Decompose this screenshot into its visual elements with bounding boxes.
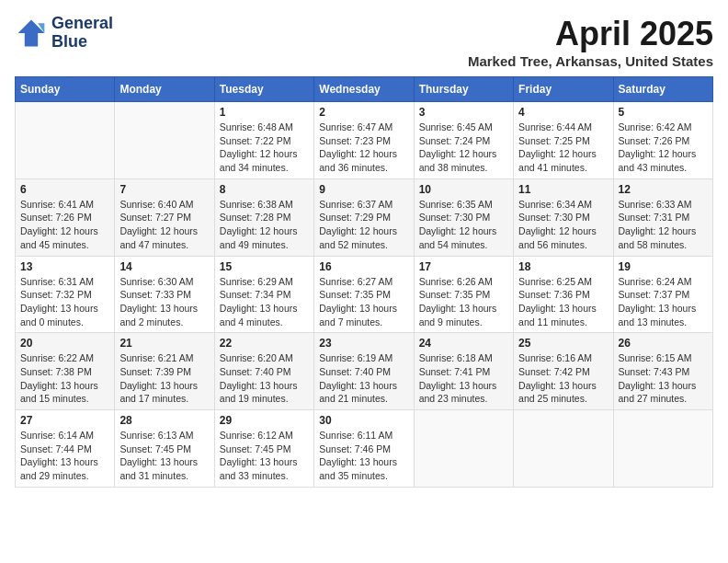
day-info: Sunrise: 6:18 AMSunset: 7:41 PMDaylight:…: [419, 351, 508, 406]
month-title: April 2025: [468, 15, 713, 53]
weekday-header-thursday: Thursday: [414, 77, 513, 102]
day-info: Sunrise: 6:37 AMSunset: 7:29 PMDaylight:…: [319, 198, 408, 252]
calendar-cell: 22Sunrise: 6:20 AMSunset: 7:40 PMDayligh…: [214, 333, 313, 410]
calendar-cell: 9Sunrise: 6:37 AMSunset: 7:29 PMDaylight…: [314, 178, 414, 256]
day-info: Sunrise: 6:44 AMSunset: 7:25 PMDaylight:…: [518, 121, 608, 175]
day-number: 8: [220, 183, 309, 196]
calendar-cell: 12Sunrise: 6:33 AMSunset: 7:31 PMDayligh…: [613, 178, 712, 256]
day-number: 16: [319, 260, 408, 273]
day-info: Sunrise: 6:22 AMSunset: 7:38 PMDaylight:…: [20, 351, 109, 406]
day-info: Sunrise: 6:34 AMSunset: 7:30 PMDaylight:…: [518, 198, 608, 252]
day-info: Sunrise: 6:12 AMSunset: 7:45 PMDaylight:…: [220, 429, 309, 483]
day-info: Sunrise: 6:15 AMSunset: 7:43 PMDaylight:…: [619, 351, 708, 406]
day-number: 22: [220, 337, 309, 350]
weekday-header-monday: Monday: [115, 77, 214, 102]
logo-icon: [15, 17, 48, 50]
logo: General Blue: [15, 15, 113, 52]
day-number: 24: [419, 337, 508, 350]
day-number: 10: [419, 183, 508, 196]
logo-text: General Blue: [51, 15, 113, 52]
day-number: 21: [119, 337, 209, 350]
calendar-cell: 26Sunrise: 6:15 AMSunset: 7:43 PMDayligh…: [613, 333, 712, 410]
day-info: Sunrise: 6:16 AMSunset: 7:42 PMDaylight:…: [518, 351, 608, 406]
calendar-cell: 21Sunrise: 6:21 AMSunset: 7:39 PMDayligh…: [115, 333, 214, 410]
calendar-cell: 20Sunrise: 6:22 AMSunset: 7:38 PMDayligh…: [16, 333, 115, 410]
day-info: Sunrise: 6:31 AMSunset: 7:32 PMDaylight:…: [20, 275, 109, 329]
day-info: Sunrise: 6:35 AMSunset: 7:30 PMDaylight:…: [419, 198, 508, 252]
day-number: 25: [518, 337, 608, 350]
calendar-cell: [414, 410, 513, 488]
day-number: 3: [419, 106, 508, 119]
day-number: 1: [220, 106, 309, 119]
weekday-header-wednesday: Wednesday: [314, 77, 414, 102]
day-info: Sunrise: 6:26 AMSunset: 7:35 PMDaylight:…: [419, 275, 508, 329]
calendar-cell: 6Sunrise: 6:41 AMSunset: 7:26 PMDaylight…: [16, 178, 115, 256]
calendar-cell: 13Sunrise: 6:31 AMSunset: 7:32 PMDayligh…: [16, 256, 115, 333]
weekday-header-saturday: Saturday: [613, 77, 712, 102]
day-number: 23: [319, 337, 408, 350]
day-info: Sunrise: 6:20 AMSunset: 7:40 PMDaylight:…: [220, 351, 309, 406]
day-info: Sunrise: 6:38 AMSunset: 7:28 PMDaylight:…: [220, 198, 309, 252]
calendar-cell: 11Sunrise: 6:34 AMSunset: 7:30 PMDayligh…: [514, 178, 613, 256]
day-info: Sunrise: 6:41 AMSunset: 7:26 PMDaylight:…: [20, 198, 109, 252]
calendar-cell: 29Sunrise: 6:12 AMSunset: 7:45 PMDayligh…: [214, 410, 313, 488]
day-info: Sunrise: 6:11 AMSunset: 7:46 PMDaylight:…: [319, 429, 408, 483]
calendar-week-row: 1Sunrise: 6:48 AMSunset: 7:22 PMDaylight…: [16, 102, 713, 179]
calendar-cell: 4Sunrise: 6:44 AMSunset: 7:25 PMDaylight…: [514, 102, 613, 179]
day-info: Sunrise: 6:30 AMSunset: 7:33 PMDaylight:…: [119, 275, 209, 329]
day-number: 29: [220, 414, 309, 427]
day-info: Sunrise: 6:42 AMSunset: 7:26 PMDaylight:…: [619, 121, 708, 175]
day-info: Sunrise: 6:13 AMSunset: 7:45 PMDaylight:…: [119, 429, 209, 483]
title-area: April 2025 Marked Tree, Arkansas, United…: [468, 15, 713, 69]
day-number: 14: [119, 260, 209, 273]
day-info: Sunrise: 6:14 AMSunset: 7:44 PMDaylight:…: [20, 429, 109, 483]
day-number: 15: [220, 260, 309, 273]
day-info: Sunrise: 6:40 AMSunset: 7:27 PMDaylight:…: [119, 198, 209, 252]
calendar-cell: 24Sunrise: 6:18 AMSunset: 7:41 PMDayligh…: [414, 333, 513, 410]
day-number: 6: [20, 183, 109, 196]
day-number: 12: [619, 183, 708, 196]
day-info: Sunrise: 6:19 AMSunset: 7:40 PMDaylight:…: [319, 351, 408, 406]
calendar-cell: 17Sunrise: 6:26 AMSunset: 7:35 PMDayligh…: [414, 256, 513, 333]
day-info: Sunrise: 6:33 AMSunset: 7:31 PMDaylight:…: [619, 198, 708, 252]
calendar-cell: 5Sunrise: 6:42 AMSunset: 7:26 PMDaylight…: [613, 102, 712, 179]
day-number: 9: [319, 183, 408, 196]
calendar-cell: 30Sunrise: 6:11 AMSunset: 7:46 PMDayligh…: [314, 410, 414, 488]
calendar-cell: 23Sunrise: 6:19 AMSunset: 7:40 PMDayligh…: [314, 333, 414, 410]
weekday-header-friday: Friday: [514, 77, 613, 102]
day-number: 2: [319, 106, 408, 119]
calendar-cell: 18Sunrise: 6:25 AMSunset: 7:36 PMDayligh…: [514, 256, 613, 333]
day-number: 4: [518, 106, 608, 119]
calendar-week-row: 13Sunrise: 6:31 AMSunset: 7:32 PMDayligh…: [16, 256, 713, 333]
day-number: 5: [619, 106, 708, 119]
weekday-header-sunday: Sunday: [16, 77, 115, 102]
calendar-cell: [613, 410, 712, 488]
day-number: 17: [419, 260, 508, 273]
day-number: 18: [518, 260, 608, 273]
calendar-cell: [514, 410, 613, 488]
calendar-cell: 19Sunrise: 6:24 AMSunset: 7:37 PMDayligh…: [613, 256, 712, 333]
day-info: Sunrise: 6:25 AMSunset: 7:36 PMDaylight:…: [518, 275, 608, 329]
weekday-header-tuesday: Tuesday: [214, 77, 313, 102]
calendar-cell: [16, 102, 115, 179]
day-number: 13: [20, 260, 109, 273]
calendar-cell: 14Sunrise: 6:30 AMSunset: 7:33 PMDayligh…: [115, 256, 214, 333]
weekday-header-row: SundayMondayTuesdayWednesdayThursdayFrid…: [16, 77, 713, 102]
calendar-cell: 1Sunrise: 6:48 AMSunset: 7:22 PMDaylight…: [214, 102, 313, 179]
calendar-cell: [115, 102, 214, 179]
day-number: 27: [20, 414, 109, 427]
calendar-cell: 10Sunrise: 6:35 AMSunset: 7:30 PMDayligh…: [414, 178, 513, 256]
page-header: General Blue April 2025 Marked Tree, Ark…: [15, 15, 713, 69]
calendar-cell: 7Sunrise: 6:40 AMSunset: 7:27 PMDaylight…: [115, 178, 214, 256]
calendar-cell: 3Sunrise: 6:45 AMSunset: 7:24 PMDaylight…: [414, 102, 513, 179]
day-info: Sunrise: 6:45 AMSunset: 7:24 PMDaylight:…: [419, 121, 508, 175]
day-number: 19: [619, 260, 708, 273]
day-number: 28: [119, 414, 209, 427]
location-subtitle: Marked Tree, Arkansas, United States: [468, 53, 713, 69]
day-info: Sunrise: 6:24 AMSunset: 7:37 PMDaylight:…: [619, 275, 708, 329]
calendar-week-row: 6Sunrise: 6:41 AMSunset: 7:26 PMDaylight…: [16, 178, 713, 256]
day-number: 11: [518, 183, 608, 196]
calendar-cell: 27Sunrise: 6:14 AMSunset: 7:44 PMDayligh…: [16, 410, 115, 488]
calendar-cell: 15Sunrise: 6:29 AMSunset: 7:34 PMDayligh…: [214, 256, 313, 333]
day-info: Sunrise: 6:29 AMSunset: 7:34 PMDaylight:…: [220, 275, 309, 329]
